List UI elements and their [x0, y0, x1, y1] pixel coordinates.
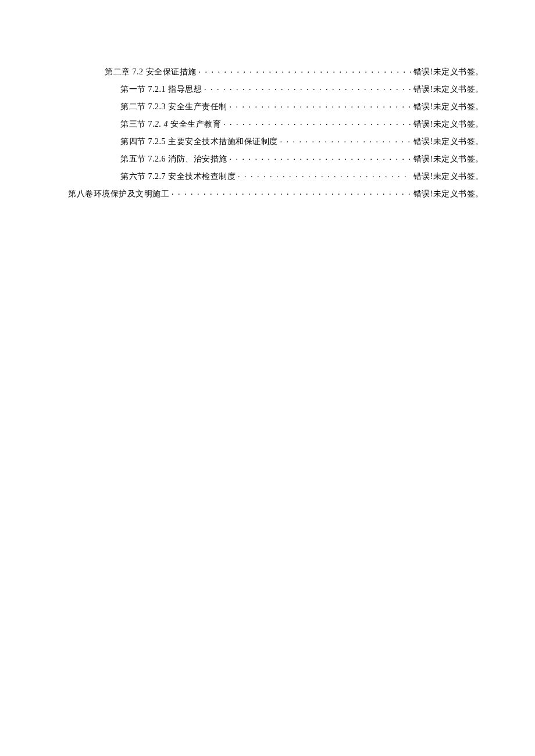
toc-title: 消防、治安措施: [168, 155, 227, 163]
toc-entry-section: 第三节 7.2. 4 安全生产教育 错误!未定义书签。: [68, 119, 484, 128]
toc-entry-label: 第一节 7.2.1 指导思想: [120, 85, 202, 94]
toc-prefix: 第一节: [120, 85, 146, 94]
toc-page-ref: 错误!未定义书签。: [413, 103, 484, 111]
toc-prefix: 第二节: [120, 102, 146, 111]
dot-leader: [238, 171, 411, 179]
toc-page-ref: 错误!未定义书签。: [413, 120, 484, 128]
toc-entry-label: 第四节 7.2.5 主要安全技术措施和保证制度: [120, 138, 278, 146]
dot-leader: [230, 101, 411, 109]
toc-number: 7.2.7: [148, 172, 166, 181]
dot-leader: [280, 136, 411, 144]
toc-prefix: 第六节: [120, 172, 146, 181]
toc-number-italic: 2. 4: [155, 120, 168, 128]
toc-entry-label: 第二节 7.2.3 安全生产责任制: [120, 103, 227, 111]
toc-prefix: 第四节: [120, 137, 146, 146]
toc-entry-label: 第六节 7.2.7 安全技术检查制度: [120, 173, 236, 181]
toc-prefix: 第三节: [120, 120, 146, 128]
toc-number: 7.2.6: [148, 155, 166, 163]
toc-number: 7.2.5: [148, 137, 166, 146]
toc-page-ref: 错误!未定义书签。: [413, 138, 484, 146]
toc-prefix: 第二章: [105, 67, 130, 76]
toc-entry-section: 第六节 7.2.7 安全技术检查制度 错误!未定义书签。: [68, 171, 484, 181]
toc-entry-label: 第五节 7.2.6 消防、治安措施: [120, 155, 227, 163]
toc-title: 安全保证措施: [146, 67, 197, 76]
toc-entry-section: 第五节 7.2.6 消防、治安措施 错误!未定义书签。: [68, 153, 484, 163]
toc-entry-section: 第二节 7.2.3 安全生产责任制 错误!未定义书签。: [68, 101, 484, 111]
dot-leader: [223, 119, 411, 127]
toc-page-ref: 错误!未定义书签。: [413, 68, 484, 76]
toc-entry-label: 第八卷环境保护及文明施工: [68, 190, 169, 198]
toc-title: 主要安全技术措施和保证制度: [168, 137, 278, 146]
toc-page-ref: 错误!未定义书签。: [413, 85, 484, 94]
toc-number: 7.2: [133, 67, 144, 76]
dot-leader: [199, 66, 411, 74]
toc-entry-chapter: 第二章 7.2 安全保证措施 错误!未定义书签。: [68, 66, 484, 76]
toc-title: 安全生产教育: [170, 120, 221, 128]
toc-title: 指导思想: [168, 85, 202, 94]
toc-page-ref: 错误!未定义书签。: [413, 155, 484, 163]
toc-title: 环境保护及文明施工: [94, 189, 170, 198]
toc-title: 安全生产责任制: [168, 102, 227, 111]
toc-prefix: 第五节: [120, 155, 146, 163]
toc-entry-section: 第一节 7.2.1 指导思想 错误!未定义书签。: [68, 84, 484, 94]
toc-page-ref: 错误!未定义书签。: [413, 190, 484, 198]
toc-entry-section: 第四节 7.2.5 主要安全技术措施和保证制度 错误!未定义书签。: [68, 136, 484, 146]
dot-leader: [230, 153, 411, 162]
toc-number: 7.2.1: [148, 85, 166, 94]
toc-entry-label: 第三节 7.2. 4 安全生产教育: [120, 120, 221, 128]
toc-entry-label: 第二章 7.2 安全保证措施: [105, 68, 197, 76]
document-page: 第二章 7.2 安全保证措施 错误!未定义书签。 第一节 7.2.1 指导思想 …: [0, 0, 535, 198]
toc-number: 7.2.3: [148, 102, 166, 111]
toc-prefix: 第八卷: [68, 189, 94, 198]
toc-page-ref: 错误!未定义书签。: [413, 173, 484, 181]
toc-entry-volume: 第八卷环境保护及文明施工 错误!未定义书签。: [68, 188, 484, 198]
toc-number: 7.: [148, 120, 155, 128]
toc-title: 安全技术检查制度: [168, 172, 236, 181]
dot-leader: [172, 188, 411, 196]
dot-leader: [204, 84, 411, 92]
